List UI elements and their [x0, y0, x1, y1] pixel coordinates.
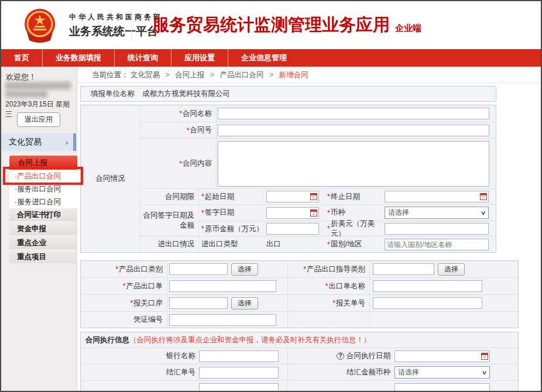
- sidebar-item-fund-declaration[interactable]: 资金申报: [9, 222, 77, 235]
- settlement-currency-label: 结汇金额币种: [288, 367, 390, 377]
- breadcrumb: 当前位置： 文化贸易 > 合同上报 > 产品出口合同 > 新增合同: [78, 67, 541, 83]
- currency-label: *币种: [319, 208, 385, 218]
- voucher-no-input[interactable]: [169, 314, 276, 326]
- currency-select[interactable]: 请选择∨: [385, 207, 489, 219]
- country-label: *国别/地区: [319, 239, 385, 249]
- calendar-icon[interactable]: [310, 193, 317, 200]
- product-export-category-input[interactable]: [169, 263, 228, 275]
- country-region-input[interactable]: [385, 239, 489, 250]
- sidebar-item-cultural-trade[interactable]: 文化贸易 ›: [1, 133, 77, 151]
- execution-extra-left-input[interactable]: [199, 383, 279, 392]
- contract-period-label: 合同期限: [140, 189, 198, 204]
- nav-tab-home[interactable]: 首页: [1, 49, 43, 67]
- settlement-no-input[interactable]: [199, 367, 279, 379]
- national-emblem-logo: [21, 6, 59, 44]
- chevron-down-icon: ∨: [480, 209, 486, 216]
- contract-no-label: *合同号: [140, 122, 216, 138]
- export-info-table: *产品出口类别 选择 *产品出口指导类别 选择 *产品出口单 *出口单名称 *报…: [80, 260, 519, 328]
- sign-group-label: 合同签字日期及金额: [140, 205, 198, 236]
- calendar-icon[interactable]: [481, 353, 488, 360]
- app-edition-label: 企业端: [395, 23, 421, 34]
- guide-category-input[interactable]: [373, 263, 434, 275]
- customs-declaration-no-label: *报关单号: [287, 295, 369, 311]
- customs-port-select-button[interactable]: 选择: [231, 297, 258, 310]
- contract-exec-date-input[interactable]: [395, 350, 490, 362]
- product-export-form-input[interactable]: [169, 280, 276, 292]
- page-title: 服务贸易统计监测管理业务应用: [152, 13, 390, 37]
- breadcrumb-product-export-contract[interactable]: 产品出口合同: [220, 71, 264, 79]
- sidebar-item-product-export-contract[interactable]: ·产品出口合同: [9, 170, 77, 183]
- voucher-no-label: 凭证编号: [81, 312, 167, 328]
- redacted-company-name: [5, 91, 47, 98]
- platform-branding: 中华人民共和国商务部 业务系统统一平台: [69, 12, 163, 39]
- breadcrumb-prefix: 当前位置：: [92, 71, 129, 79]
- app-title-block: 服务贸易统计监测管理业务应用 企业端: [152, 1, 421, 49]
- settlement-no-label: 结汇单号: [81, 367, 195, 377]
- settlement-currency-select[interactable]: 请选择∨: [395, 366, 490, 379]
- customs-port-input[interactable]: [169, 297, 228, 309]
- execution-header: 合同执行信息 （合同执行将涉及重点企业和资金申报，请务必及时补充有关执行信息！）: [81, 332, 518, 348]
- bank-name-input[interactable]: [199, 350, 279, 362]
- ie-group-label: 进出口情况: [140, 236, 198, 252]
- redacted-company-name: [5, 82, 71, 90]
- contract-info-table: 合同情况 *合同名称 *合同号 *合同内容 合同期限: [80, 105, 496, 253]
- nav-tab-stats-query[interactable]: 统计查询: [115, 49, 171, 67]
- sign-date-label: *签字日期: [199, 208, 266, 218]
- sidebar-group-contract-report[interactable]: 合同上报: [9, 156, 77, 170]
- main-content: 当前位置： 文化贸易 > 合同上报 > 产品出口合同 > 新增合同 填报单位名称…: [78, 67, 541, 391]
- header: 中华人民共和国商务部 业务系统统一平台 服务贸易统计监测管理业务应用 企业端: [1, 1, 541, 49]
- ministry-name: 中华人民共和国商务部: [69, 12, 163, 22]
- execution-extra-right-input[interactable]: [395, 383, 490, 392]
- original-amount-input[interactable]: [266, 223, 319, 235]
- execution-title: 合同执行信息: [85, 335, 129, 345]
- reporting-unit-row: 填报单位名称 成都力方视觉科技有限公司: [80, 86, 496, 102]
- platform-name: 业务系统统一平台: [69, 24, 163, 39]
- end-date-input[interactable]: [385, 191, 489, 202]
- contract-content-textarea[interactable]: [218, 141, 489, 187]
- contract-name-label: *合同名称: [140, 105, 216, 122]
- product-export-category-label: *产品出口类别: [81, 261, 167, 277]
- breadcrumb-current: 新增合同: [279, 71, 308, 79]
- sidebar-item-key-enterprise[interactable]: 重点企业: [9, 236, 77, 249]
- nav-tab-app-settings[interactable]: 应用设置: [171, 49, 228, 67]
- start-date-label: *起始日期: [199, 192, 266, 202]
- customs-port-label: *报关口岸: [81, 295, 167, 311]
- reporting-unit-label: 填报单位名称: [81, 87, 139, 101]
- sidebar-item-cert-print[interactable]: 合同证书打印: [9, 208, 77, 221]
- usd-amount-label: *折美元（万美元）: [319, 219, 385, 239]
- execution-notice: （合同执行将涉及重点企业和资金申报，请务必及时补充有关执行信息！）: [129, 335, 371, 345]
- contract-group-label: 合同情况: [81, 105, 140, 252]
- original-amount-label: *原币金额（万元）: [199, 224, 266, 234]
- main-nav: 首页 业务数据填报 统计查询 应用设置 企业信息管理: [1, 49, 541, 67]
- help-icon[interactable]: ?: [337, 352, 344, 360]
- reporting-unit-value: 成都力方视觉科技有限公司: [139, 87, 496, 101]
- breadcrumb-contract-report[interactable]: 合同上报: [175, 71, 204, 79]
- header-divider: [131, 11, 132, 41]
- chevron-right-icon: ›: [66, 138, 68, 147]
- export-form-name-label: *出口单名称: [287, 278, 369, 294]
- end-date-label: *终止日期: [319, 192, 385, 202]
- sidebar-item-service-export-contract[interactable]: ·服务出口合同: [9, 183, 77, 195]
- breadcrumb-cultural-trade[interactable]: 文化贸易: [131, 71, 160, 79]
- export-form-name-input[interactable]: [373, 280, 482, 292]
- contract-name-input[interactable]: [218, 108, 489, 119]
- usd-amount-input[interactable]: [385, 223, 489, 235]
- guide-category-select-button[interactable]: 选择: [438, 263, 465, 276]
- product-export-category-select-button[interactable]: 选择: [231, 263, 258, 276]
- chevron-down-icon: ∨: [481, 369, 487, 376]
- customs-declaration-no-input[interactable]: [373, 297, 482, 309]
- ie-type-label: 进出口类型: [199, 239, 266, 249]
- sidebar-item-service-import-contract[interactable]: ·服务进口合同: [9, 195, 77, 208]
- contract-no-input[interactable]: [218, 125, 489, 136]
- calendar-icon[interactable]: [310, 209, 317, 216]
- product-export-form-label: *产品出口单: [81, 278, 167, 294]
- calendar-icon[interactable]: [480, 193, 487, 200]
- nav-tab-enterprise-info[interactable]: 企业信息管理: [228, 49, 300, 67]
- logout-button[interactable]: 退出应用: [17, 112, 60, 127]
- sidebar-item-key-project[interactable]: 重点项目: [9, 250, 77, 263]
- nav-tab-business-data[interactable]: 业务数据填报: [43, 49, 115, 67]
- app-window: 中华人民共和国商务部 业务系统统一平台 服务贸易统计监测管理业务应用 企业端 首…: [0, 0, 542, 392]
- sidebar-scrollbar[interactable]: [73, 133, 76, 151]
- bank-name-label: 银行名称: [81, 351, 195, 361]
- exec-date-label: ?合同执行日期: [288, 351, 390, 361]
